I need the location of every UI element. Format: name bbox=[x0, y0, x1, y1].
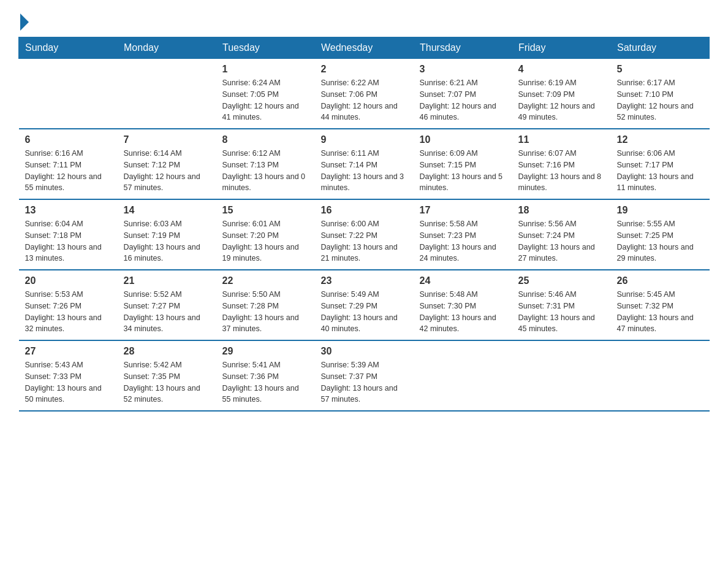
day-number: 21 bbox=[124, 275, 210, 286]
cell-w4-d7: 26Sunrise: 5:45 AMSunset: 7:32 PMDayligh… bbox=[611, 270, 710, 340]
cell-w2-d2: 7Sunrise: 6:14 AMSunset: 7:12 PMDaylight… bbox=[118, 129, 216, 199]
cell-w3-d5: 17Sunrise: 5:58 AMSunset: 7:23 PMDayligh… bbox=[414, 199, 512, 270]
day-info: Sunrise: 6:24 AMSunset: 7:05 PMDaylight:… bbox=[222, 77, 309, 123]
day-number: 2 bbox=[321, 64, 408, 75]
week-row-4: 20Sunrise: 5:53 AMSunset: 7:26 PMDayligh… bbox=[19, 270, 710, 340]
day-number: 6 bbox=[25, 134, 112, 145]
day-info: Sunrise: 6:19 AMSunset: 7:09 PMDaylight:… bbox=[518, 77, 605, 123]
header-friday: Friday bbox=[512, 37, 611, 59]
cell-w1-d7: 5Sunrise: 6:17 AMSunset: 7:10 PMDaylight… bbox=[611, 59, 710, 129]
day-headers-row: SundayMondayTuesdayWednesdayThursdayFrid… bbox=[19, 37, 710, 59]
cell-w2-d6: 11Sunrise: 6:07 AMSunset: 7:16 PMDayligh… bbox=[512, 129, 611, 199]
cell-w5-d4: 30Sunrise: 5:39 AMSunset: 7:37 PMDayligh… bbox=[315, 340, 414, 411]
day-number: 22 bbox=[222, 275, 309, 286]
day-number: 14 bbox=[124, 205, 210, 216]
cell-w1-d4: 2Sunrise: 6:22 AMSunset: 7:06 PMDaylight… bbox=[315, 59, 414, 129]
page-header bbox=[18, 12, 710, 31]
day-number: 15 bbox=[222, 205, 309, 216]
cell-w5-d2: 28Sunrise: 5:42 AMSunset: 7:35 PMDayligh… bbox=[118, 340, 216, 411]
cell-w4-d1: 20Sunrise: 5:53 AMSunset: 7:26 PMDayligh… bbox=[19, 270, 118, 340]
day-info: Sunrise: 6:22 AMSunset: 7:06 PMDaylight:… bbox=[321, 77, 408, 123]
day-info: Sunrise: 6:17 AMSunset: 7:10 PMDaylight:… bbox=[617, 77, 703, 123]
cell-w3-d3: 15Sunrise: 6:01 AMSunset: 7:20 PMDayligh… bbox=[216, 199, 315, 270]
cell-w1-d6: 4Sunrise: 6:19 AMSunset: 7:09 PMDaylight… bbox=[512, 59, 611, 129]
day-number: 9 bbox=[321, 134, 408, 145]
cell-w4-d6: 25Sunrise: 5:46 AMSunset: 7:31 PMDayligh… bbox=[512, 270, 611, 340]
day-info: Sunrise: 5:55 AMSunset: 7:25 PMDaylight:… bbox=[617, 218, 703, 264]
header-tuesday: Tuesday bbox=[216, 37, 315, 59]
day-info: Sunrise: 5:45 AMSunset: 7:32 PMDaylight:… bbox=[617, 289, 703, 335]
day-info: Sunrise: 6:12 AMSunset: 7:13 PMDaylight:… bbox=[222, 148, 309, 194]
cell-w5-d7 bbox=[611, 340, 710, 411]
cell-w1-d5: 3Sunrise: 6:21 AMSunset: 7:07 PMDaylight… bbox=[414, 59, 512, 129]
day-info: Sunrise: 5:46 AMSunset: 7:31 PMDaylight:… bbox=[518, 289, 605, 335]
cell-w3-d7: 19Sunrise: 5:55 AMSunset: 7:25 PMDayligh… bbox=[611, 199, 710, 270]
header-thursday: Thursday bbox=[414, 37, 512, 59]
cell-w5-d5 bbox=[414, 340, 512, 411]
header-sunday: Sunday bbox=[19, 37, 118, 59]
day-number: 24 bbox=[420, 275, 506, 286]
cell-w2-d5: 10Sunrise: 6:09 AMSunset: 7:15 PMDayligh… bbox=[414, 129, 512, 199]
day-number: 10 bbox=[420, 134, 506, 145]
cell-w5-d1: 27Sunrise: 5:43 AMSunset: 7:33 PMDayligh… bbox=[19, 340, 118, 411]
day-number: 11 bbox=[518, 134, 605, 145]
day-info: Sunrise: 5:39 AMSunset: 7:37 PMDaylight:… bbox=[321, 359, 408, 405]
day-number: 25 bbox=[518, 275, 605, 286]
day-info: Sunrise: 5:48 AMSunset: 7:30 PMDaylight:… bbox=[420, 289, 506, 335]
day-info: Sunrise: 6:00 AMSunset: 7:22 PMDaylight:… bbox=[321, 218, 408, 264]
cell-w4-d5: 24Sunrise: 5:48 AMSunset: 7:30 PMDayligh… bbox=[414, 270, 512, 340]
header-wednesday: Wednesday bbox=[315, 37, 414, 59]
day-number: 26 bbox=[617, 275, 703, 286]
week-row-2: 6Sunrise: 6:16 AMSunset: 7:11 PMDaylight… bbox=[19, 129, 710, 199]
cell-w5-d3: 29Sunrise: 5:41 AMSunset: 7:36 PMDayligh… bbox=[216, 340, 315, 411]
day-info: Sunrise: 5:42 AMSunset: 7:35 PMDaylight:… bbox=[124, 359, 210, 405]
logo-arrow-icon bbox=[20, 13, 29, 31]
day-number: 16 bbox=[321, 205, 408, 216]
cell-w3-d1: 13Sunrise: 6:04 AMSunset: 7:18 PMDayligh… bbox=[19, 199, 118, 270]
day-number: 17 bbox=[420, 205, 506, 216]
day-number: 19 bbox=[617, 205, 703, 216]
calendar-body: 1Sunrise: 6:24 AMSunset: 7:05 PMDaylight… bbox=[19, 59, 710, 412]
day-info: Sunrise: 5:56 AMSunset: 7:24 PMDaylight:… bbox=[518, 218, 605, 264]
header-saturday: Saturday bbox=[611, 37, 710, 59]
day-number: 8 bbox=[222, 134, 309, 145]
day-number: 27 bbox=[25, 346, 112, 357]
day-number: 18 bbox=[518, 205, 605, 216]
cell-w2-d4: 9Sunrise: 6:11 AMSunset: 7:14 PMDaylight… bbox=[315, 129, 414, 199]
cell-w2-d7: 12Sunrise: 6:06 AMSunset: 7:17 PMDayligh… bbox=[611, 129, 710, 199]
calendar-table: SundayMondayTuesdayWednesdayThursdayFrid… bbox=[18, 37, 710, 412]
cell-w5-d6 bbox=[512, 340, 611, 411]
day-number: 20 bbox=[25, 275, 112, 286]
day-info: Sunrise: 5:43 AMSunset: 7:33 PMDaylight:… bbox=[25, 359, 112, 405]
day-number: 29 bbox=[222, 346, 309, 357]
cell-w3-d2: 14Sunrise: 6:03 AMSunset: 7:19 PMDayligh… bbox=[118, 199, 216, 270]
day-info: Sunrise: 6:09 AMSunset: 7:15 PMDaylight:… bbox=[420, 148, 506, 194]
cell-w2-d3: 8Sunrise: 6:12 AMSunset: 7:13 PMDaylight… bbox=[216, 129, 315, 199]
day-info: Sunrise: 5:50 AMSunset: 7:28 PMDaylight:… bbox=[222, 289, 309, 335]
week-row-1: 1Sunrise: 6:24 AMSunset: 7:05 PMDaylight… bbox=[19, 59, 710, 129]
day-number: 1 bbox=[222, 64, 309, 75]
week-row-3: 13Sunrise: 6:04 AMSunset: 7:18 PMDayligh… bbox=[19, 199, 710, 270]
day-number: 5 bbox=[617, 64, 703, 75]
week-row-5: 27Sunrise: 5:43 AMSunset: 7:33 PMDayligh… bbox=[19, 340, 710, 411]
cell-w1-d2 bbox=[118, 59, 216, 129]
cell-w4-d3: 22Sunrise: 5:50 AMSunset: 7:28 PMDayligh… bbox=[216, 270, 315, 340]
day-number: 12 bbox=[617, 134, 703, 145]
cell-w3-d4: 16Sunrise: 6:00 AMSunset: 7:22 PMDayligh… bbox=[315, 199, 414, 270]
day-number: 7 bbox=[124, 134, 210, 145]
day-info: Sunrise: 5:41 AMSunset: 7:36 PMDaylight:… bbox=[222, 359, 309, 405]
day-info: Sunrise: 6:14 AMSunset: 7:12 PMDaylight:… bbox=[124, 148, 210, 194]
day-number: 28 bbox=[124, 346, 210, 357]
day-info: Sunrise: 6:16 AMSunset: 7:11 PMDaylight:… bbox=[25, 148, 112, 194]
day-info: Sunrise: 5:58 AMSunset: 7:23 PMDaylight:… bbox=[420, 218, 506, 264]
day-info: Sunrise: 6:04 AMSunset: 7:18 PMDaylight:… bbox=[25, 218, 112, 264]
day-number: 3 bbox=[420, 64, 506, 75]
cell-w4-d2: 21Sunrise: 5:52 AMSunset: 7:27 PMDayligh… bbox=[118, 270, 216, 340]
cell-w4-d4: 23Sunrise: 5:49 AMSunset: 7:29 PMDayligh… bbox=[315, 270, 414, 340]
day-info: Sunrise: 5:53 AMSunset: 7:26 PMDaylight:… bbox=[25, 289, 112, 335]
day-info: Sunrise: 5:49 AMSunset: 7:29 PMDaylight:… bbox=[321, 289, 408, 335]
header-monday: Monday bbox=[118, 37, 216, 59]
day-info: Sunrise: 5:52 AMSunset: 7:27 PMDaylight:… bbox=[124, 289, 210, 335]
day-info: Sunrise: 6:11 AMSunset: 7:14 PMDaylight:… bbox=[321, 148, 408, 194]
day-number: 4 bbox=[518, 64, 605, 75]
